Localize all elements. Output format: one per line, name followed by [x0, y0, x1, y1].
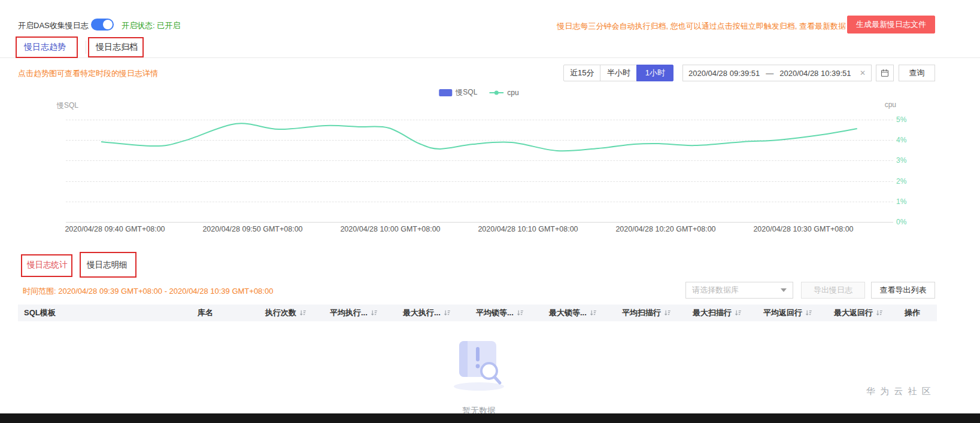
das-slow-log-page: 开启DAS收集慢日志 开启状态: 已开启 慢日志每三分钟会自动执行归档, 您也可…	[0, 0, 980, 423]
database-select[interactable]: 请选择数据库	[685, 282, 793, 299]
column-header-最大扫描行[interactable]: 最大扫描行	[687, 305, 757, 321]
column-header-最大返回行[interactable]: 最大返回行	[828, 305, 899, 321]
column-header-操作: 操作	[899, 305, 936, 321]
column-label: 最大锁等...	[549, 308, 587, 318]
column-label: 库名	[198, 308, 213, 318]
column-header-平均扫描行[interactable]: 平均扫描行	[616, 305, 687, 321]
calendar-picker-button[interactable]	[876, 65, 894, 81]
archive-notice-text: 慢日志每三分钟会自动执行归档, 您也可以通过点击按钮立即触发归档, 查看最新数据	[557, 21, 846, 32]
database-select-placeholder: 请选择数据库	[692, 285, 739, 296]
toggle-status-text: 开启状态: 已开启	[122, 20, 180, 31]
cpu-line-chart-svg	[51, 98, 907, 238]
column-header-平均返回行[interactable]: 平均返回行	[757, 305, 828, 321]
toggle-knob-icon	[103, 20, 113, 29]
sort-icon[interactable]	[371, 309, 378, 317]
column-label: 平均扫描行	[622, 308, 661, 318]
legend-rect-icon	[439, 89, 452, 96]
slow-log-table-header: SQL模板库名执行次数平均执行...最大执行...平均锁等...最大锁等...平…	[18, 305, 937, 321]
column-label: 最大执行...	[403, 308, 441, 318]
cpu-line-series	[101, 123, 857, 151]
chart-legend: 慢SQLcpu	[439, 87, 518, 98]
column-header-最大执行[interactable]: 最大执行...	[397, 305, 470, 321]
date-range-input[interactable]: 2020/04/28 09:39:51 — 2020/04/28 10:39:5…	[682, 65, 872, 81]
left-axis-label: 慢SQL	[57, 101, 78, 111]
sort-icon[interactable]	[444, 309, 451, 317]
legend-item-cpu[interactable]: cpu	[489, 89, 518, 97]
column-label: SQL模板	[24, 308, 56, 318]
sort-icon[interactable]	[299, 309, 307, 317]
x-axis-tick: 2020/04/28 10:30 GMT+08:00	[735, 225, 872, 233]
stats-time-range-text: 时间范围: 2020/04/28 09:39 GMT+08:00 - 2020/…	[23, 286, 273, 297]
export-slow-log-button[interactable]: 导出慢日志	[801, 282, 865, 299]
bottom-edge-bar	[0, 413, 980, 423]
column-header-库名: 库名	[192, 305, 259, 321]
legend-item-慢SQL[interactable]: 慢SQL	[439, 87, 477, 98]
x-axis-tick: 2020/04/28 09:40 GMT+08:00	[46, 225, 184, 233]
empty-state-illustration	[446, 333, 512, 392]
tab-separator	[86, 41, 86, 54]
generate-slow-log-button[interactable]: 生成最新慢日志文件	[847, 16, 935, 34]
sort-icon[interactable]	[805, 309, 812, 317]
column-label: 平均执行...	[330, 308, 368, 318]
annotation-box-archive-tab	[88, 37, 144, 57]
date-start-value: 2020/04/28 09:39:51	[688, 69, 760, 78]
sort-icon[interactable]	[735, 309, 742, 317]
gridline	[66, 140, 893, 141]
range-button-1小时[interactable]: 1小时	[636, 65, 673, 81]
y-axis-tick: 0%	[896, 218, 906, 226]
clear-date-icon[interactable]: ✕	[860, 69, 866, 77]
sort-icon[interactable]	[590, 309, 597, 317]
column-header-平均执行[interactable]: 平均执行...	[324, 305, 397, 321]
das-collect-toggle[interactable]	[91, 19, 114, 31]
y-axis-tick: 1%	[896, 197, 906, 206]
slow-log-trend-chart[interactable]: 慢SQL cpu 5%4%3%2%1%0% 2020/04/28 09:40 G…	[51, 98, 907, 241]
annotation-box-trend-tab	[16, 36, 78, 58]
gridline	[66, 181, 893, 182]
column-label: 平均返回行	[763, 308, 802, 318]
range-button-半小时[interactable]: 半小时	[600, 65, 637, 81]
trend-hint-text: 点击趋势图可查看特定时段的慢日志详情	[18, 68, 158, 79]
calendar-icon	[881, 69, 889, 77]
sort-icon[interactable]	[517, 309, 524, 317]
tabbar-bottom-divider	[0, 57, 980, 58]
column-label: 最大返回行	[834, 308, 873, 318]
y-axis-tick: 2%	[896, 177, 906, 185]
chevron-down-icon	[781, 288, 787, 292]
gridline	[66, 202, 893, 202]
sort-icon[interactable]	[876, 309, 883, 317]
sort-icon[interactable]	[664, 309, 671, 317]
time-range-button-group: 近15分半小时1小时	[563, 65, 673, 81]
annotation-box-detail-tab	[80, 252, 136, 278]
y-axis-tick: 5%	[896, 115, 906, 124]
y-axis-tick: 4%	[896, 136, 906, 144]
x-axis-tick: 2020/04/28 10:00 GMT+08:00	[321, 225, 459, 233]
column-label: 执行次数	[265, 308, 296, 318]
gridline	[66, 120, 893, 120]
right-axis-label: cpu	[885, 101, 896, 109]
column-label: 平均锁等...	[476, 308, 514, 318]
community-watermark: 华 为 云 社 区	[866, 386, 932, 397]
column-label: 最大扫描行	[693, 308, 732, 318]
legend-label: 慢SQL	[456, 87, 477, 98]
column-header-SQL模板: SQL模板	[18, 305, 192, 321]
y-axis-tick: 3%	[896, 156, 906, 165]
column-header-执行次数[interactable]: 执行次数	[259, 305, 324, 321]
column-header-平均锁等[interactable]: 平均锁等...	[470, 305, 543, 321]
view-export-list-button[interactable]: 查看导出列表	[871, 282, 935, 299]
date-separator: —	[766, 69, 773, 78]
query-button[interactable]: 查询	[899, 65, 935, 81]
column-label: 操作	[905, 308, 920, 318]
range-button-近15分[interactable]: 近15分	[563, 65, 600, 81]
date-end-value: 2020/04/28 10:39:51	[779, 69, 851, 78]
das-toggle-label: 开启DAS收集慢日志	[18, 20, 89, 31]
legend-line-dot-icon	[489, 90, 503, 96]
gridline	[66, 160, 893, 161]
x-axis-tick: 2020/04/28 10:10 GMT+08:00	[459, 225, 597, 233]
column-header-最大锁等[interactable]: 最大锁等...	[543, 305, 616, 321]
gridline	[66, 222, 893, 223]
annotation-box-statistics-tab	[21, 254, 72, 277]
x-axis-tick: 2020/04/28 09:50 GMT+08:00	[184, 225, 321, 233]
x-axis-tick: 2020/04/28 10:20 GMT+08:00	[597, 225, 735, 233]
legend-label: cpu	[507, 89, 518, 97]
